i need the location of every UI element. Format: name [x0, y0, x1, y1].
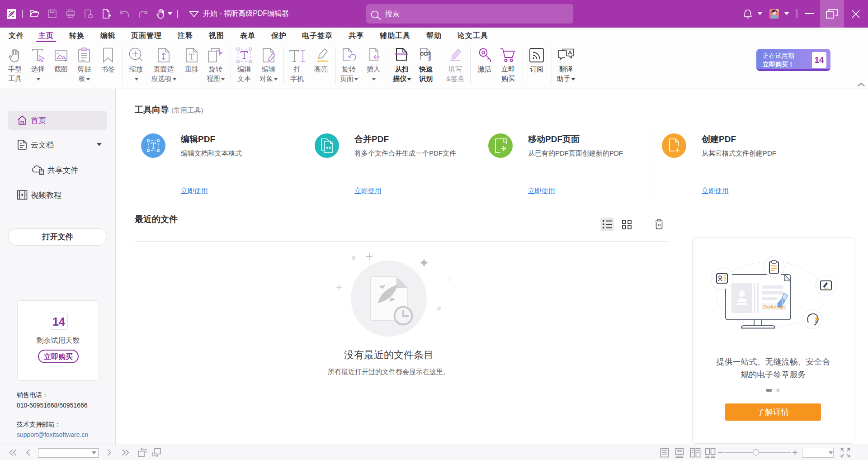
svg-text:OCR: OCR: [420, 51, 431, 57]
